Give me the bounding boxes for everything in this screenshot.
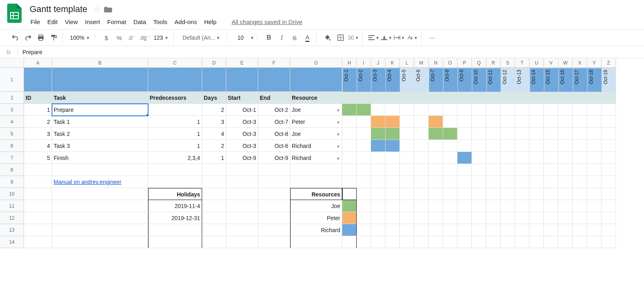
cell-8-R[interactable] <box>486 164 501 176</box>
cell-1-G[interactable] <box>290 68 342 92</box>
gantt-cell-3-11[interactable] <box>501 104 515 116</box>
gantt-cell-7-18[interactable] <box>602 152 616 164</box>
cell-1-D[interactable] <box>202 68 226 92</box>
cell-11-W[interactable] <box>558 200 573 212</box>
cell-12-S[interactable] <box>501 212 515 224</box>
gantt-cell-5-14[interactable] <box>544 128 558 140</box>
cell-8-V[interactable] <box>544 164 558 176</box>
star-icon[interactable]: ☆ <box>94 5 100 14</box>
column-header-H[interactable]: H <box>342 58 357 68</box>
cell-9-X[interactable] <box>573 176 587 188</box>
cell-9-L[interactable] <box>400 176 414 188</box>
column-header-U[interactable]: U <box>530 58 544 68</box>
cell-11-P[interactable] <box>457 200 472 212</box>
row-header-9[interactable]: 9 <box>0 176 24 188</box>
cell-days-5[interactable]: 4 <box>202 128 226 140</box>
cell-13-Z[interactable] <box>602 224 616 236</box>
menu-tools[interactable]: Tools <box>150 17 171 27</box>
date-header-Oct-5[interactable]: Oct-5 <box>400 68 414 92</box>
cell-11-J[interactable] <box>371 200 385 212</box>
cell-14-V[interactable] <box>544 236 558 248</box>
date-header-Oct-18[interactable]: Oct-18 <box>587 68 602 92</box>
gantt-cell-7-14[interactable] <box>544 152 558 164</box>
cell-9-V[interactable] <box>544 176 558 188</box>
gantt-cell-3-9[interactable] <box>472 104 486 116</box>
gantt-cell-7-4[interactable] <box>400 152 414 164</box>
gantt-cell-6-17[interactable] <box>587 140 602 152</box>
cell-9-K[interactable] <box>385 176 400 188</box>
strikethrough-button[interactable]: S <box>289 32 300 43</box>
cell-12-T[interactable] <box>515 212 530 224</box>
gantt-cell-7-15[interactable] <box>558 152 573 164</box>
cell-13-J[interactable] <box>371 224 385 236</box>
row-header-10[interactable]: 10 <box>0 188 24 200</box>
cell-8-A[interactable] <box>24 164 52 176</box>
more-formats-button[interactable]: 123▼ <box>152 34 170 41</box>
gantt-cell-3-13[interactable] <box>530 104 544 116</box>
date-header-Oct-15[interactable]: Oct-15 <box>544 68 558 92</box>
cell-9-S[interactable] <box>501 176 515 188</box>
cell-start-3[interactable]: Oct-1 <box>226 104 258 116</box>
cell-9-F[interactable] <box>258 176 290 188</box>
date-header-Oct-7[interactable]: Oct-7 <box>429 68 443 92</box>
menu-insert[interactable]: Insert <box>82 17 103 27</box>
gantt-cell-3-10[interactable] <box>486 104 501 116</box>
column-header-Q[interactable]: Q <box>472 58 486 68</box>
cell-8-K[interactable] <box>385 164 400 176</box>
cell-8-B[interactable] <box>52 164 148 176</box>
gantt-cell-5-7[interactable] <box>443 128 457 140</box>
cell-id-4[interactable]: 2 <box>24 116 52 128</box>
column-header-A[interactable]: A <box>24 58 52 68</box>
cell-13-Y[interactable] <box>587 224 602 236</box>
cell-10-M[interactable] <box>414 188 429 200</box>
cell-start-4[interactable]: Oct-3 <box>226 116 258 128</box>
cell-8-O[interactable] <box>443 164 457 176</box>
gantt-cell-4-8[interactable] <box>457 116 472 128</box>
gantt-cell-3-4[interactable] <box>400 104 414 116</box>
cell-14-M[interactable] <box>414 236 429 248</box>
gantt-cell-3-6[interactable] <box>429 104 443 116</box>
dropdown-icon[interactable]: ▼ <box>336 117 340 128</box>
cell-14-P[interactable] <box>457 236 472 248</box>
row-header-4[interactable]: 4 <box>0 116 24 128</box>
cell-12-B[interactable] <box>52 212 148 224</box>
font-size-select[interactable]: 10 <box>233 34 249 41</box>
cell-8-J[interactable] <box>371 164 385 176</box>
menu-edit[interactable]: Edit <box>44 17 61 27</box>
column-header-M[interactable]: M <box>414 58 429 68</box>
horizontal-align-button[interactable]: ▼ <box>368 32 379 43</box>
row-header-6[interactable]: 6 <box>0 140 24 152</box>
gantt-cell-3-5[interactable] <box>414 104 429 116</box>
gantt-header-18[interactable] <box>602 92 616 104</box>
formula-input[interactable]: Prepare <box>18 49 641 55</box>
cell-14-F[interactable] <box>258 236 290 248</box>
gantt-cell-3-3[interactable] <box>385 104 400 116</box>
cell-12-D[interactable] <box>202 212 226 224</box>
gantt-cell-4-0[interactable] <box>342 116 357 128</box>
gantt-cell-6-4[interactable] <box>400 140 414 152</box>
cell-13-B[interactable] <box>52 224 148 236</box>
gantt-cell-5-3[interactable] <box>385 128 400 140</box>
date-header-Oct-16[interactable]: Oct-16 <box>558 68 573 92</box>
cell-1-F[interactable] <box>258 68 290 92</box>
column-header-S[interactable]: S <box>501 58 515 68</box>
gantt-cell-4-13[interactable] <box>530 116 544 128</box>
cell-10-Z[interactable] <box>602 188 616 200</box>
cell-8-D[interactable] <box>202 164 226 176</box>
cell-resource-3[interactable]: Joe▼ <box>290 104 342 116</box>
cell-9-N[interactable] <box>429 176 443 188</box>
gantt-cell-3-2[interactable] <box>371 104 385 116</box>
holiday-12[interactable]: 2019-12-31 <box>148 212 202 224</box>
table-header-start[interactable]: Start <box>226 92 258 104</box>
gantt-cell-4-15[interactable] <box>558 116 573 128</box>
cell-8-P[interactable] <box>457 164 472 176</box>
date-header-Oct-2[interactable]: Oct-2 <box>357 68 371 92</box>
menu-file[interactable]: File <box>27 17 43 27</box>
cell-8-T[interactable] <box>515 164 530 176</box>
date-header-Oct-3[interactable]: Oct-3 <box>371 68 385 92</box>
column-header-L[interactable]: L <box>400 58 414 68</box>
cell-14-B[interactable] <box>52 236 148 248</box>
cell-days-4[interactable]: 3 <box>202 116 226 128</box>
cell-11-U[interactable] <box>530 200 544 212</box>
date-header-Oct-9[interactable]: Oct-9 <box>457 68 472 92</box>
